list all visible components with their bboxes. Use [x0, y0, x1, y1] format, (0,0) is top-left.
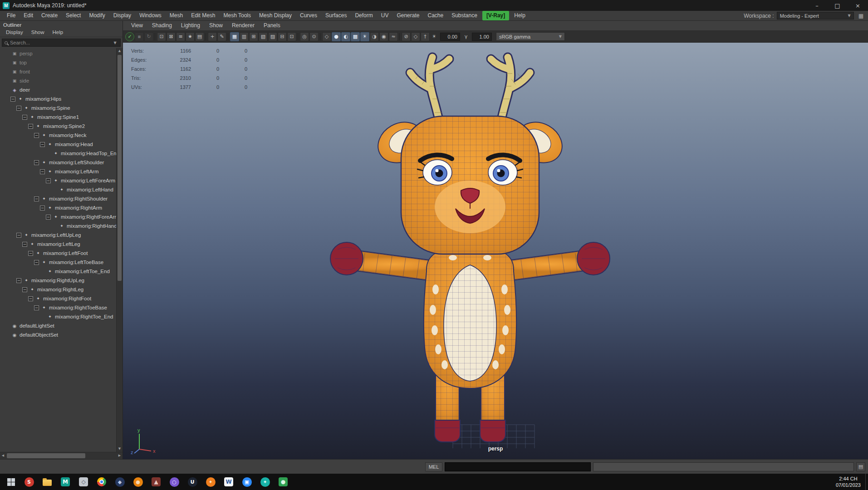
outliner-item-front[interactable]: ▣front — [0, 67, 116, 76]
taskbar-app-flame[interactable]: ✦ — [201, 474, 220, 490]
expander-icon[interactable]: − — [40, 142, 45, 147]
menu-display[interactable]: Display — [109, 11, 135, 20]
search-field[interactable]: ▼ — [2, 39, 121, 47]
menu-windows[interactable]: Windows — [135, 11, 166, 20]
taskbar-app-silver[interactable]: ◇ — [74, 474, 93, 490]
isolate-select-icon[interactable]: ⊘ — [402, 32, 411, 41]
taskbar-app-orange[interactable]: ● — [129, 474, 147, 490]
expander-icon[interactable]: − — [16, 278, 21, 283]
outliner-item-persp[interactable]: ▣persp — [0, 49, 116, 58]
safe-action-icon[interactable]: ⊟ — [278, 32, 287, 41]
outliner-item-mixamorig-leftarm[interactable]: −✦mixamorig:LeftArm — [0, 167, 116, 176]
menu-create[interactable]: Create — [37, 11, 62, 20]
expander-icon[interactable]: − — [28, 296, 33, 301]
menu-mesh[interactable]: Mesh — [166, 11, 187, 20]
taskbar-app-word[interactable]: W — [220, 474, 238, 490]
outliner-item-deer[interactable]: ◈deer — [0, 85, 116, 94]
grid-icon[interactable]: ▦ — [230, 32, 239, 41]
safe-title-icon[interactable]: ⊡ — [287, 32, 296, 41]
outliner-item-mixamorig-head[interactable]: −✦mixamorig:Head — [0, 140, 116, 149]
scroll-left-icon[interactable]: ◀ — [0, 452, 6, 459]
outliner-item-mixamorig-rightupleg[interactable]: −✦mixamorig:RightUpLeg — [0, 276, 116, 285]
gamma-field[interactable]: 1.00 — [472, 33, 492, 41]
taskbar-app-chrome[interactable] — [93, 474, 111, 490]
outliner-vertical-scrollbar[interactable]: ▲ ▼ — [116, 48, 123, 452]
lock-camera-icon[interactable]: ⊠ — [167, 32, 176, 41]
frame-selected-icon[interactable]: ⊙ — [309, 32, 319, 41]
menu-surfaces[interactable]: Surfaces — [321, 11, 351, 20]
outliner-horizontal-scrollbar[interactable]: ◀ ▶ — [0, 452, 123, 459]
smooth-shade-icon[interactable]: ● — [332, 32, 341, 41]
taskbar-app-u[interactable]: U — [183, 474, 201, 490]
search-input[interactable] — [10, 40, 110, 45]
colorspace-dropdown[interactable]: sRGB gamma ▼ — [496, 32, 565, 41]
minimize-button[interactable]: – — [807, 0, 827, 11]
expander-icon[interactable]: − — [34, 133, 39, 138]
command-language-button[interactable]: MEL — [425, 462, 442, 471]
expander-icon[interactable]: − — [46, 215, 51, 220]
outliner-item-mixamorig-spine1[interactable]: −✦mixamorig:Spine1 — [0, 113, 116, 122]
outliner-item-mixamorig-headtop-end[interactable]: ✦mixamorig:HeadTop_End — [0, 149, 116, 158]
menu-edit[interactable]: Edit — [20, 11, 37, 20]
expander-icon[interactable]: − — [40, 169, 45, 174]
script-editor-icon[interactable]: ▤ — [856, 462, 865, 471]
outliner-menu-display[interactable]: Display — [2, 29, 27, 37]
command-results-field[interactable] — [593, 462, 854, 471]
outliner-item-mixamorig-rightforearm[interactable]: −✦mixamorig:RightForeArm — [0, 212, 116, 221]
start-button[interactable] — [2, 474, 20, 490]
taskbar-app-purple[interactable]: ○ — [165, 474, 183, 490]
taskbar-app-teal[interactable]: ✦ — [256, 474, 274, 490]
outliner-item-mixamorig-leftleg[interactable]: −✦mixamorig:LeftLeg — [0, 240, 116, 249]
wireframe-icon[interactable]: ◇ — [322, 32, 331, 41]
screen-ao-icon[interactable]: ◉ — [379, 32, 388, 41]
frame-all-icon[interactable]: ◎ — [300, 32, 309, 41]
expander-icon[interactable]: − — [22, 115, 27, 120]
outliner-item-defaultobjectset[interactable]: ◉defaultObjectSet — [0, 330, 116, 339]
outliner-item-mixamorig-rightleg[interactable]: −✦mixamorig:RightLeg — [0, 285, 116, 294]
scroll-up-icon[interactable]: ▲ — [117, 48, 123, 54]
image-plane-icon[interactable]: ▤ — [195, 32, 204, 41]
panel-menu-lighting[interactable]: Lighting — [177, 21, 205, 30]
camera-attributes-icon[interactable]: ≡ — [176, 32, 185, 41]
select-camera-icon[interactable]: ⊡ — [157, 32, 166, 41]
menu-mesh-display[interactable]: Mesh Display — [255, 11, 296, 20]
panel-menu-renderer[interactable]: Renderer — [227, 21, 259, 30]
panel-menu-view[interactable]: View — [127, 21, 147, 30]
xray-icon[interactable]: ◇ — [411, 32, 420, 41]
scroll-right-icon[interactable]: ▶ — [117, 452, 123, 459]
renderer-status-icon[interactable]: ✓ — [125, 32, 134, 41]
use-all-lights-icon[interactable]: ☀ — [360, 32, 369, 41]
maximize-button[interactable]: □ — [827, 0, 848, 11]
menu-help[interactable]: Help — [510, 11, 530, 20]
expander-icon[interactable]: − — [16, 106, 21, 111]
expander-icon[interactable]: − — [46, 178, 51, 183]
viewport-refresh-icon[interactable]: ↻ — [144, 32, 153, 41]
outliner-item-mixamorig-lefthand[interactable]: ✦mixamorig:LeftHand — [0, 185, 116, 194]
expander-icon[interactable]: − — [16, 233, 21, 238]
outliner-item-mixamorig-leftupleg[interactable]: −✦mixamorig:LeftUpLeg — [0, 230, 116, 240]
taskbar-app-green[interactable]: ● — [274, 474, 292, 490]
shadows-icon[interactable]: ◑ — [370, 32, 379, 41]
menu-file[interactable]: File — [3, 11, 20, 20]
expander-icon[interactable]: − — [34, 160, 39, 165]
taskbar-app-red-s[interactable]: S — [20, 474, 38, 490]
vertical-scroll-thumb[interactable] — [118, 55, 122, 281]
viewport-pause-icon[interactable]: ▪ — [135, 32, 144, 41]
resolution-gate-icon[interactable]: ⊞ — [249, 32, 258, 41]
outliner-menu-show[interactable]: Show — [27, 29, 49, 37]
gate-mask-icon[interactable]: ▧ — [259, 32, 268, 41]
workspace-options-icon[interactable]: ▦ — [857, 13, 865, 19]
outliner-item-mixamorig-lefttoe-end[interactable]: ✦mixamorig:LeftToe_End — [0, 267, 116, 276]
outliner-item-mixamorig-rightarm[interactable]: −✦mixamorig:RightArm — [0, 203, 116, 212]
panel-menu-shading[interactable]: Shading — [147, 21, 177, 30]
close-button[interactable]: × — [848, 0, 868, 11]
taskbar-app-navy[interactable]: ◆ — [111, 474, 129, 490]
expander-icon[interactable]: − — [40, 206, 45, 211]
menu-edit-mesh[interactable]: Edit Mesh — [187, 11, 219, 20]
file-explorer[interactable] — [38, 474, 56, 490]
outliner-item-defaultlightset[interactable]: ◉defaultLightSet — [0, 321, 116, 330]
expander-icon[interactable]: − — [28, 251, 33, 256]
exposure-field[interactable]: 0.00 — [440, 33, 460, 41]
menu-modify[interactable]: Modify — [85, 11, 109, 20]
expander-icon[interactable]: − — [28, 124, 33, 129]
